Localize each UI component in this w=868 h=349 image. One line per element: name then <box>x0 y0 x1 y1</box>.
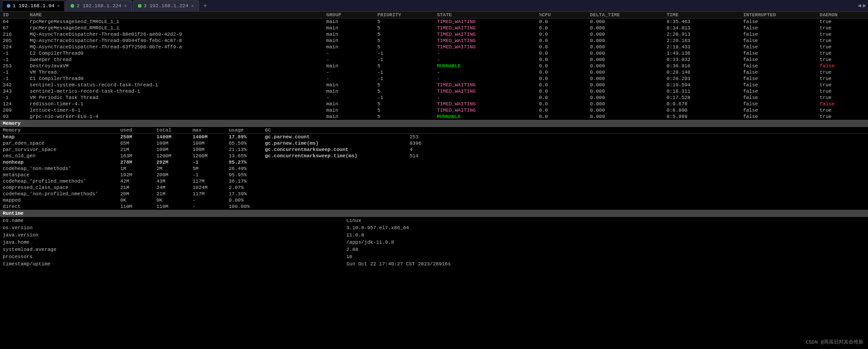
cell-group: - <box>324 57 375 63</box>
cell-group: - <box>324 50 375 57</box>
memory-row-9: codeheap_'non-profiled_nmethods' 20M 21M… <box>0 191 868 197</box>
memory-section-header: Memory <box>0 120 868 127</box>
cell-priority: -1 <box>375 50 434 57</box>
cell-time: 2:19.433 <box>664 44 740 50</box>
nav-right-icon[interactable]: ▶ <box>863 2 866 9</box>
mem-max: 1400M <box>190 134 226 141</box>
cell-cpu: 0.0 <box>536 19 587 25</box>
runtime-table: os.name Linux os.version 3.10.0-957.el7.… <box>0 217 868 268</box>
cell-daemon: true <box>817 38 868 44</box>
cell-delta: 0.000 <box>587 57 664 63</box>
thread-table-header: ID NAME GROUP PRIORITY STATE %CPU DELTA_… <box>0 12 868 19</box>
cell-time: 0:9.676 <box>664 101 740 107</box>
cell-id: -1 <box>0 50 27 57</box>
cell-id: -1 <box>0 69 27 75</box>
mem-usage: 36.17% <box>226 178 262 184</box>
cell-id: 209 <box>0 107 27 113</box>
thread-row-9: -1 C1 CompilerThread0 - -1 - 0.0 0.000 0… <box>0 75 868 82</box>
cell-name: C2 CompilerThread0 <box>27 50 324 57</box>
mem-used: 21M <box>118 184 154 191</box>
cell-id: 205 <box>0 38 27 44</box>
cell-priority: -1 <box>375 69 434 75</box>
cell-name: VM Periodic Task Thread <box>27 94 324 101</box>
mem-total: 24M <box>154 184 190 191</box>
cell-delta: 0.000 <box>587 50 664 57</box>
mem-used: 20M <box>118 191 154 197</box>
tab-1-dot <box>7 4 10 8</box>
mem-name: codeheap_'non-nmethods' <box>0 165 118 172</box>
gc-label <box>262 197 407 203</box>
memory-table-header: Memory used total max usage GC <box>0 127 868 134</box>
cell-state: TIMED_WAITING <box>434 25 536 31</box>
gc-value: 8396 <box>407 140 868 146</box>
cell-group: main <box>324 113 375 120</box>
mem-max: -1 <box>190 159 226 165</box>
rt-key: os.version <box>0 224 344 231</box>
tab-2-dot <box>71 4 74 8</box>
mem-total: 292M <box>154 159 190 165</box>
cell-interrupted: false <box>741 75 817 82</box>
memory-row-8: compressed_class_space 21M 24M 1024M 2.0… <box>0 184 868 191</box>
cell-delta: 0.000 <box>587 75 664 82</box>
tab-1[interactable]: 1 192.168.1.94 ✕ <box>2 0 65 11</box>
cell-name: Sweeper thread <box>27 57 324 63</box>
cell-priority: -1 <box>375 75 434 82</box>
cell-cpu: 0.0 <box>536 50 587 57</box>
runtime-row-2: java.version 11.0.8 <box>0 231 868 239</box>
cell-interrupted: false <box>741 101 817 107</box>
nav-left-icon[interactable]: ◀ <box>858 2 861 9</box>
cell-name: grpc-nio-worker-ELG-1-4 <box>27 113 324 120</box>
cell-state: TIMED_WAITING <box>434 107 536 113</box>
memory-row-7: codeheap_'profiled_nmethods' 42M 43M 117… <box>0 178 868 184</box>
cell-name: lettuce-timer-6-1 <box>27 107 324 113</box>
cell-state: RUNNABLE <box>434 113 536 120</box>
tab-2[interactable]: 2 192.168.1.224 ✕ <box>66 0 132 11</box>
tab-3-close[interactable]: ✕ <box>191 3 194 9</box>
runtime-section-header: Runtime <box>0 210 868 217</box>
cell-daemon: true <box>817 88 868 94</box>
tab-3[interactable]: 3 192.168.1.224 ✕ <box>133 0 199 11</box>
tab-3-dot <box>138 4 142 8</box>
tab-2-close[interactable]: ✕ <box>124 3 127 9</box>
cell-time: 0:17.528 <box>664 94 740 101</box>
cell-state: - <box>434 50 536 57</box>
tab-1-label: 1 192.168.1.94 <box>13 3 54 9</box>
cell-priority: -1 <box>375 94 434 101</box>
tab-1-close[interactable]: ✕ <box>57 3 60 9</box>
gc-label <box>262 184 407 191</box>
cell-priority: 5 <box>375 44 434 50</box>
cell-priority: 5 <box>375 38 434 44</box>
cell-interrupted: false <box>741 107 817 113</box>
cell-interrupted: false <box>741 19 817 25</box>
cell-state: TIMED_WAITING <box>434 101 536 107</box>
cell-daemon: true <box>817 107 868 113</box>
cell-interrupted: false <box>741 44 817 50</box>
cell-group: main <box>324 31 375 38</box>
cell-group: - <box>324 94 375 101</box>
mem-max: - <box>190 197 226 203</box>
nav-arrows: ◀ ▶ <box>858 2 866 9</box>
gc-value: 514 <box>407 153 868 159</box>
col-priority: PRIORITY <box>375 12 434 19</box>
cell-interrupted: false <box>741 69 817 75</box>
cell-interrupted: false <box>741 38 817 44</box>
thread-row-6: -1 Sweeper thread - -1 - 0.0 0.000 0:33.… <box>0 57 868 63</box>
cell-time: 1:49.136 <box>664 50 740 57</box>
cell-group: main <box>324 101 375 107</box>
mem-total: 100M <box>154 146 190 153</box>
thread-row-2: 216 MQ-AsyncTraceDispatcher-Thread-88e01… <box>0 31 868 38</box>
mem-used: 21M <box>118 146 154 153</box>
memory-row-0: heap 250M 1400M 1400M 17.89% gc.parnew.c… <box>0 134 868 141</box>
mem-name: codeheap_'profiled_nmethods' <box>0 178 118 184</box>
cell-priority: 5 <box>375 82 434 88</box>
cell-delta: 0.000 <box>587 69 664 75</box>
tab-add-button[interactable]: + <box>200 2 211 9</box>
cell-interrupted: false <box>741 63 817 69</box>
rt-key: timestamp/uptime <box>0 260 344 268</box>
mem-name: compressed_class_space <box>0 184 118 191</box>
cell-delta: 0.000 <box>587 25 664 31</box>
mem-max: 100M <box>190 140 226 146</box>
watermark: CSDN @周虽旧邦其命维新 <box>806 339 863 345</box>
gc-value <box>407 178 868 184</box>
cell-delta: 0.000 <box>587 19 664 25</box>
